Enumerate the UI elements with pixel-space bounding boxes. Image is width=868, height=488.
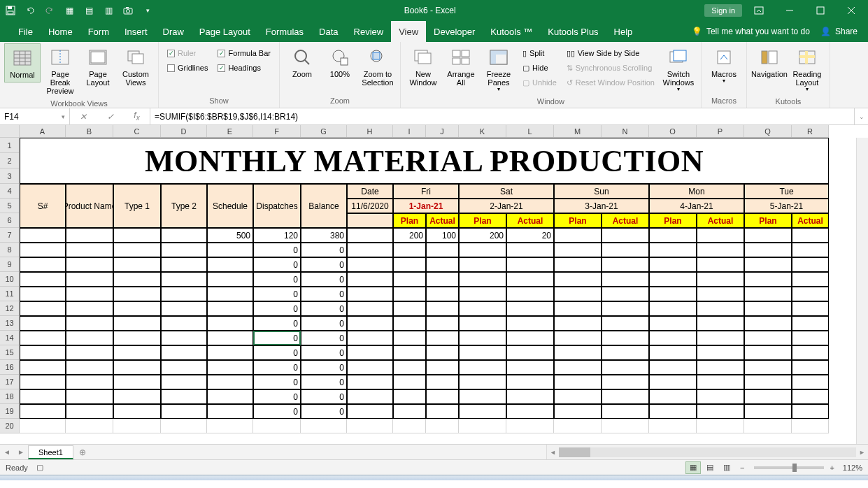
row-head-1[interactable]: 1: [0, 138, 20, 153]
cell[interactable]: [506, 419, 554, 433]
row-head-3[interactable]: 3: [0, 168, 20, 184]
col-head-N[interactable]: N: [602, 125, 649, 138]
cell[interactable]: [66, 287, 113, 301]
cell[interactable]: [66, 331, 113, 345]
cell[interactable]: Plan: [649, 213, 697, 228]
col-head-D[interactable]: D: [161, 125, 207, 138]
cell[interactable]: [113, 228, 161, 243]
cell[interactable]: [554, 404, 602, 419]
cell[interactable]: Product Name: [66, 184, 113, 228]
cell[interactable]: [20, 316, 66, 331]
cell[interactable]: [161, 331, 207, 345]
cell[interactable]: [113, 257, 161, 272]
spreadsheet-grid[interactable]: ABCDEFGHIJKLMNOPQR 123456789101112131415…: [0, 125, 868, 444]
cell[interactable]: 0: [253, 345, 301, 360]
cell[interactable]: [697, 257, 744, 272]
menu-draw[interactable]: Draw: [155, 21, 192, 42]
switchwindows-button[interactable]: Switch Windows▾: [660, 43, 697, 96]
cell[interactable]: [347, 404, 393, 419]
cell[interactable]: [602, 272, 649, 287]
col-head-F[interactable]: F: [253, 125, 301, 138]
cell[interactable]: [20, 301, 66, 316]
cell[interactable]: [506, 404, 554, 419]
cell[interactable]: 0: [253, 257, 301, 272]
col-head-H[interactable]: H: [347, 125, 393, 138]
zoomsel-button[interactable]: Zoom to Selection: [360, 43, 396, 89]
cell[interactable]: [649, 360, 697, 375]
ruler-checkbox[interactable]: Ruler: [164, 46, 211, 60]
cell[interactable]: [161, 360, 207, 375]
cell[interactable]: [697, 316, 744, 331]
cell[interactable]: [602, 243, 649, 257]
cell[interactable]: Balance: [301, 184, 347, 228]
cell[interactable]: [554, 287, 602, 301]
cell[interactable]: [506, 360, 554, 375]
qat-more-icon[interactable]: ▾: [140, 3, 155, 18]
cell[interactable]: [506, 316, 554, 331]
cell[interactable]: [207, 301, 253, 316]
save-icon[interactable]: [3, 3, 18, 18]
cell[interactable]: [792, 243, 829, 257]
cell[interactable]: [459, 345, 506, 360]
cell[interactable]: [113, 389, 161, 404]
row-head-14[interactable]: 14: [0, 331, 20, 345]
cell[interactable]: [744, 287, 792, 301]
name-box[interactable]: F14▾: [0, 108, 70, 124]
cell[interactable]: [161, 404, 207, 419]
cell[interactable]: [554, 316, 602, 331]
tab-prev-icon[interactable]: ◄: [0, 445, 14, 459]
cell[interactable]: 11/6/2020: [347, 199, 393, 213]
cell[interactable]: [554, 272, 602, 287]
customviews-button[interactable]: Custom Views: [118, 43, 154, 89]
sidebyside-button[interactable]: ▯▯View Side by Side: [564, 46, 657, 60]
row-head-5[interactable]: 5: [0, 199, 20, 213]
cell[interactable]: [207, 360, 253, 375]
cell[interactable]: [554, 257, 602, 272]
cell[interactable]: [649, 331, 697, 345]
cell[interactable]: [602, 375, 649, 389]
cell[interactable]: [744, 419, 792, 433]
cell[interactable]: [161, 228, 207, 243]
row-head-7[interactable]: 7: [0, 228, 20, 243]
cell[interactable]: [347, 419, 393, 433]
cell[interactable]: [554, 243, 602, 257]
cell[interactable]: [20, 272, 66, 287]
menu-kutoolsplus[interactable]: Kutools Plus: [540, 21, 606, 42]
cell[interactable]: [20, 228, 66, 243]
cell[interactable]: [459, 243, 506, 257]
cell[interactable]: [792, 331, 829, 345]
cell[interactable]: [744, 316, 792, 331]
freezepanes-button[interactable]: Freeze Panes▾: [481, 43, 517, 96]
cell[interactable]: [393, 257, 426, 272]
minimize-icon[interactable]: [776, 3, 804, 17]
formulabar-checkbox[interactable]: Formula Bar: [215, 46, 273, 60]
cell[interactable]: Actual: [506, 213, 554, 228]
cell[interactable]: [393, 272, 426, 287]
cell[interactable]: [20, 404, 66, 419]
cell[interactable]: [744, 243, 792, 257]
zoom-slider[interactable]: [754, 466, 824, 469]
cell[interactable]: [393, 389, 426, 404]
cell[interactable]: [207, 272, 253, 287]
cell[interactable]: [744, 404, 792, 419]
maximize-icon[interactable]: [806, 3, 834, 17]
cell[interactable]: [554, 228, 602, 243]
cell[interactable]: [161, 257, 207, 272]
cell[interactable]: [20, 331, 66, 345]
cell[interactable]: [792, 301, 829, 316]
cell[interactable]: [649, 272, 697, 287]
row-head-15[interactable]: 15: [0, 345, 20, 360]
fx-icon[interactable]: fx: [129, 110, 143, 122]
cell[interactable]: [393, 243, 426, 257]
cell[interactable]: 500: [207, 228, 253, 243]
cell[interactable]: [66, 345, 113, 360]
cell[interactable]: [744, 272, 792, 287]
cell[interactable]: 0: [253, 389, 301, 404]
zoom100-button[interactable]: 100%: [322, 43, 358, 81]
cell[interactable]: 0: [301, 360, 347, 375]
cell[interactable]: [207, 257, 253, 272]
cell[interactable]: [347, 331, 393, 345]
cell[interactable]: [426, 257, 459, 272]
cell[interactable]: Date: [347, 184, 393, 199]
cell[interactable]: [393, 287, 426, 301]
